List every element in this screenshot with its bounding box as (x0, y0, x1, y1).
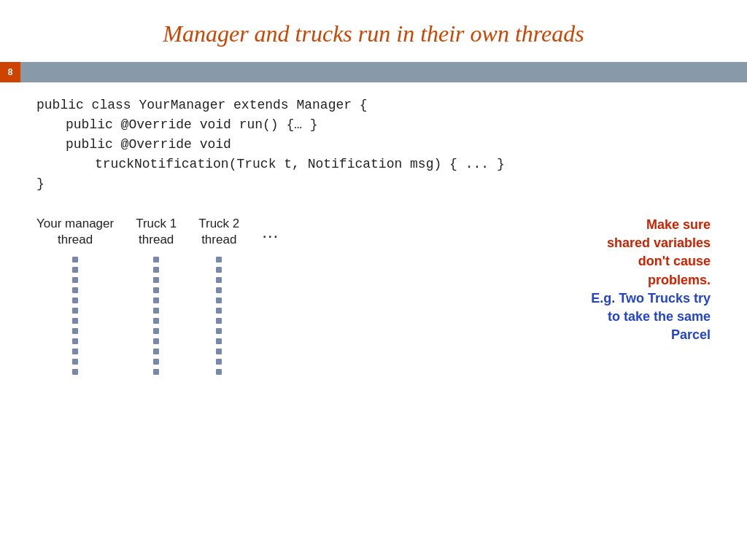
slide: Manager and trucks run in their own thre… (0, 0, 747, 560)
slide-bar (20, 62, 747, 82)
thread-truck1-dots (153, 257, 159, 375)
dot (153, 277, 159, 283)
dot (216, 277, 222, 283)
dot (72, 318, 78, 324)
dot (153, 298, 159, 303)
code-line-2: public @Override void run() {… } (36, 115, 711, 135)
code-line-4: truckNotification(Truck t, Notification … (36, 155, 711, 174)
dot (216, 359, 222, 365)
dot (72, 308, 78, 314)
dot (153, 328, 159, 334)
dot (153, 369, 159, 375)
dot (153, 308, 159, 314)
dot (153, 359, 159, 365)
thread-truck2-label: Truck 2 thread (198, 216, 239, 248)
dot (216, 328, 222, 334)
dot (216, 338, 222, 344)
dot (153, 318, 159, 324)
code-line-1: public class YourManager extends Manager… (36, 96, 711, 115)
code-line-3: public @Override void (36, 135, 711, 155)
dot (72, 349, 78, 354)
dot (153, 257, 159, 262)
threads-section: Your manager thread (36, 216, 711, 545)
dot (72, 359, 78, 365)
code-block: public class YourManager extends Manager… (36, 96, 711, 194)
dot (72, 298, 78, 303)
slide-content: public class YourManager extends Manager… (0, 82, 747, 560)
dot (153, 267, 159, 273)
thread-manager-column: Your manager thread (36, 216, 114, 375)
dot (72, 338, 78, 344)
side-note-red: Make sureshared variablesdon't causeprob… (607, 216, 711, 289)
thread-truck2-column: Truck 2 thread (198, 216, 239, 375)
thread-truck2-dots (216, 257, 222, 375)
dot (216, 308, 222, 314)
dot (72, 369, 78, 375)
thread-truck1-column: Truck 1 thread (136, 216, 177, 375)
dot (72, 287, 78, 293)
side-note: Make sureshared variablesdon't causeprob… (550, 216, 711, 344)
dot (153, 349, 159, 354)
dot (153, 338, 159, 344)
dot (216, 318, 222, 324)
threads-ellipsis: … (261, 219, 279, 375)
dot (216, 298, 222, 303)
threads-left: Your manager thread (36, 216, 550, 375)
dot (153, 287, 159, 293)
dot (216, 369, 222, 375)
slide-number: 8 (0, 62, 20, 82)
dot (216, 267, 222, 273)
thread-manager-label: Your manager thread (36, 216, 114, 248)
thread-manager-dots (72, 257, 78, 375)
side-note-blue: E.g. Two Trucks tryto take the sameParce… (591, 289, 711, 345)
slide-number-bar: 8 (0, 62, 747, 82)
dot (216, 257, 222, 262)
dot (216, 287, 222, 293)
slide-title: Manager and trucks run in their own thre… (0, 0, 747, 62)
dot (72, 257, 78, 262)
dot (72, 328, 78, 334)
code-line-5: } (36, 174, 711, 194)
thread-truck1-label: Truck 1 thread (136, 216, 177, 248)
dot (72, 267, 78, 273)
dot (72, 277, 78, 283)
dot (216, 349, 222, 354)
